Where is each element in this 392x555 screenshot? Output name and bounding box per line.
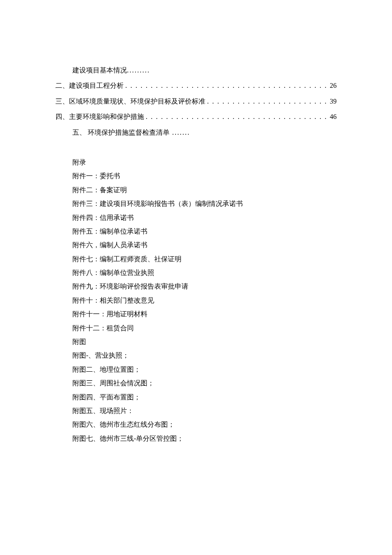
appendix-file-12: 附件十二：租赁合同: [72, 322, 337, 335]
appendix-section: 附录 附件一：委托书 附件二：备案证明 附件三：建设项目环境影响报告书（表）编制…: [55, 156, 337, 445]
toc-page-number: 39: [330, 95, 337, 108]
toc-dots: .........: [127, 66, 150, 74]
appendix-figure-4: 附图四、平面布置图；: [72, 391, 337, 404]
appendix-file-1: 附件一：委托书: [72, 170, 337, 182]
document-page: 建设项目基本情况......... 二、 建设项目工程分析 . . . . . …: [55, 64, 337, 445]
toc-prefix: 五、: [72, 129, 86, 136]
appendix-file-11: 附件十一：用地证明材料: [72, 308, 337, 321]
toc-page-number: 46: [330, 110, 337, 123]
appendix-file-9: 附件九：环境影响评价报告表审批申请: [72, 280, 337, 293]
appendix-file-5: 附件五：编制单位承诺书: [72, 225, 337, 238]
toc-entry-2: 二、 建设项目工程分析 . . . . . . . . . . . . . . …: [55, 79, 337, 92]
appendix-file-7: 附件七：编制工程师资质、社保证明: [72, 253, 337, 266]
appendix-file-8: 附件八：编制单位营业执照: [72, 266, 337, 279]
appendix-file-10: 附件十：相关部门整改意见: [72, 294, 337, 307]
appendix-file-6: 附件六，编制人员承诺书: [72, 239, 337, 251]
toc-label: 环境保护措施监督检查清单: [86, 129, 170, 136]
toc-prefix: 四、: [55, 110, 69, 123]
toc-dots: . . . . . . . . . . . . . . . . . . . . …: [144, 110, 330, 123]
appendix-figure-2: 附图二、地理位置图；: [72, 363, 337, 376]
appendix-figure-1: 附图-、营业执照；: [72, 349, 337, 362]
appendix-file-4: 附件四：信用承诺书: [72, 211, 337, 224]
toc-label: 建设项目基本情况: [72, 66, 127, 74]
toc-label: 区域环境质量现状、环境保护目标及评价标准: [69, 95, 205, 108]
appendix-figures-heading: 附图: [72, 335, 337, 348]
toc-dots: . . . . . . . . . . . . . . . . . . . . …: [124, 79, 330, 92]
appendix-heading: 附录: [72, 156, 337, 169]
appendix-figure-3: 附图三、周围社会情况图；: [72, 377, 337, 390]
appendix-figure-6: 附图六、德州市生态红线分布图；: [72, 418, 337, 431]
toc-entry-5: 五、 环境保护措施监督检查清单 .......: [55, 126, 337, 139]
toc-dots: .......: [170, 129, 190, 136]
appendix-file-3: 附件三：建设项目环境影响报告书（表）编制情况承诺书: [72, 197, 337, 210]
toc-label: 主要环境影响和保护措施: [69, 110, 144, 123]
appendix-figure-5: 附图五、现场照片：: [72, 405, 337, 417]
toc-prefix: 三、: [55, 95, 69, 108]
toc-label: 建设项目工程分析: [69, 79, 124, 92]
toc-entry-1: 建设项目基本情况.........: [55, 64, 337, 77]
toc-prefix: 二、: [55, 79, 69, 92]
toc-entry-3: 三、 区域环境质量现状、环境保护目标及评价标准 . . . . . . . . …: [55, 95, 337, 108]
toc-entry-4: 四、 主要环境影响和保护措施 . . . . . . . . . . . . .…: [55, 110, 337, 123]
appendix-figure-7: 附图七、德州市三线-单分区管控图；: [72, 432, 337, 445]
toc-dots: . . . . . . . . . . . . . . . . . . . . …: [205, 95, 330, 108]
toc-page-number: 26: [330, 79, 337, 92]
appendix-file-2: 附件二：备案证明: [72, 184, 337, 197]
